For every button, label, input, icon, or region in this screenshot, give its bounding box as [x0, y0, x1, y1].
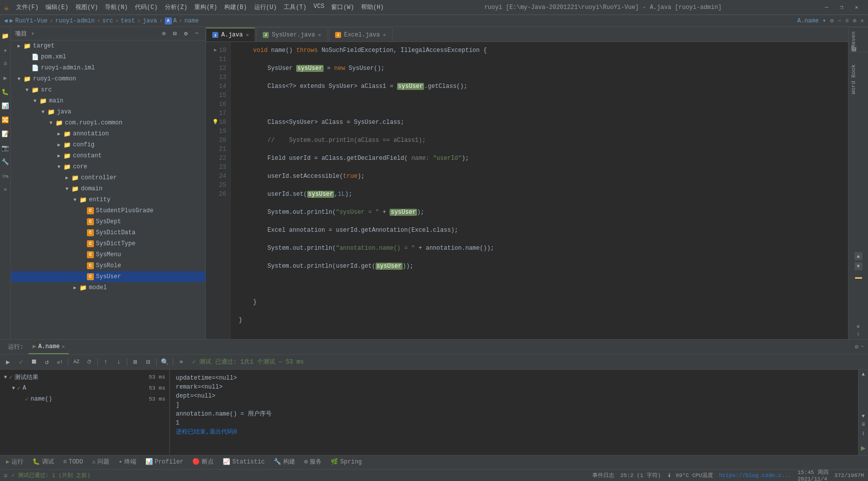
collapse-all-btn[interactable]: ⊟ — [142, 356, 154, 368]
sidebar-structure-icon[interactable]: ≡ — [0, 59, 10, 69]
settings-icon[interactable]: ⚙ — [830, 17, 834, 24]
tab-spring[interactable]: 🌿 Spring — [327, 456, 366, 470]
menu-help[interactable]: 帮助(H) — [358, 2, 387, 12]
run-tab-close-icon[interactable]: ✕ — [62, 344, 65, 350]
menu-tools[interactable]: 工具(T) — [281, 2, 310, 12]
bc-java[interactable]: java — [143, 17, 157, 24]
tree-item-model[interactable]: ▶ 📁 model — [11, 282, 205, 293]
gear-icon[interactable]: ⚙ — [853, 17, 857, 24]
tab-close-icon[interactable]: ✕ — [318, 32, 321, 38]
tab-debug[interactable]: 🐛 调试 — [28, 456, 58, 470]
menu-analyze[interactable]: 分析(Z) — [162, 2, 191, 12]
tab-close-icon[interactable]: ✕ — [246, 32, 249, 38]
output-scroll-up[interactable]: ▲ — [862, 372, 865, 377]
sidebar-tools-icon[interactable]: 🔧 — [0, 157, 10, 167]
tree-item-config[interactable]: ▶ 📁 config — [11, 139, 205, 150]
tree-item-sysdictdata[interactable]: C SysDictData — [11, 227, 205, 238]
tree-item-core[interactable]: ▼ 📁 core — [11, 161, 205, 172]
test-result-root[interactable]: ▼ ✓ 测试结果 53 ms — [0, 372, 169, 383]
restore-button[interactable]: ❐ — [834, 2, 849, 12]
menu-navigate[interactable]: 导航(N) — [102, 2, 131, 12]
tree-item-sysuser[interactable]: C SysUser — [11, 271, 205, 282]
tree-item-com-ruoyi[interactable]: ▼ 📁 com.ruoyi.common — [11, 117, 205, 128]
tree-item-domain[interactable]: ▼ 📁 domain — [11, 183, 205, 194]
test-class-a[interactable]: ▼ ✓ A 53 ms — [0, 383, 169, 394]
tree-item-src[interactable]: ▼ 📁 src — [11, 84, 205, 95]
bc-class[interactable]: A A — [165, 17, 177, 24]
sidebar-todo-icon[interactable]: 📝 — [0, 129, 10, 139]
expand-all-btn[interactable]: ⊞ — [129, 356, 141, 368]
rerun-failed-btn[interactable]: ↺! — [54, 356, 66, 368]
scroll-up-btn[interactable]: ▲ — [855, 252, 863, 260]
sidebar-fav-icon[interactable]: ★ — [0, 45, 10, 55]
tab-services[interactable]: ⚙ 服务 — [300, 456, 326, 470]
expand-icon[interactable]: ≡ — [845, 17, 849, 24]
tab-build[interactable]: 🔧 构建 — [270, 456, 299, 470]
tree-item-sysdicttype[interactable]: C SysDictType — [11, 238, 205, 249]
filter-btn[interactable]: 🔍 — [159, 356, 171, 368]
tree-item-java[interactable]: ▼ 📁 java — [11, 106, 205, 117]
tree-item-main[interactable]: ▼ 📁 main — [11, 95, 205, 106]
bc-test[interactable]: test — [121, 17, 135, 24]
bc-module[interactable]: ruoyi-admin — [55, 17, 94, 24]
collapse-icon[interactable]: − — [838, 17, 841, 24]
format-icon[interactable]: ≡ — [862, 421, 865, 428]
settings-btn[interactable]: ⚙ — [855, 343, 859, 351]
menu-window[interactable]: 窗口(W) — [328, 2, 357, 12]
sort-dur-btn[interactable]: ⏱ — [83, 356, 95, 368]
run-icon-right[interactable]: ▶ — [861, 443, 866, 453]
sidebar-profiler-icon[interactable]: 📊 — [0, 101, 10, 111]
tab-run[interactable]: ▶ 运行 — [2, 456, 27, 470]
output-scroll-down[interactable]: ▼ — [862, 414, 865, 419]
more-btn[interactable]: » — [175, 356, 187, 368]
panel-settings-icon[interactable]: ⚙ — [181, 29, 190, 38]
rerun-btn[interactable]: ↺ — [41, 356, 53, 368]
menu-code[interactable]: 代码(C) — [132, 2, 161, 12]
close-breadcrumb-icon[interactable]: ✕ — [861, 17, 864, 24]
tree-item-pomxml[interactable]: 📄 pom.xml — [11, 51, 205, 62]
editor-content[interactable]: ▶ 10 11 12 13 14 15 16 17 💡 18 19 20 — [206, 42, 848, 339]
tab-problems[interactable]: ⚠ 问题 — [88, 456, 113, 470]
tab-todo[interactable]: ≡ TODO — [59, 456, 87, 470]
maven-tab[interactable]: Maven — [849, 27, 868, 52]
bc-project[interactable]: RuoYi-Vue — [15, 17, 47, 24]
run-btn[interactable]: ▶ — [2, 356, 14, 368]
prev-btn[interactable]: ↑ — [100, 356, 112, 368]
expand-panel-btn[interactable]: ≡ — [857, 324, 860, 330]
sidebar-more-icon[interactable]: » — [0, 185, 10, 195]
sidebar-ant-icon[interactable]: 🐜 — [0, 171, 10, 181]
tab-close-icon[interactable]: ✕ — [383, 32, 386, 38]
tree-item-constant[interactable]: ▶ 📁 constant — [11, 150, 205, 161]
sidebar-camera-icon[interactable]: 📷 — [0, 143, 10, 153]
tree-item-entity[interactable]: ▼ 📁 entity — [11, 194, 205, 205]
tab-breakpoints[interactable]: 🔴 断点 — [188, 456, 218, 470]
minimize-button[interactable]: ─ — [819, 2, 834, 12]
bc-src[interactable]: src — [102, 17, 113, 24]
tree-item-iml[interactable]: 📄 ruoyi-admin.iml — [11, 62, 205, 73]
hide-panel-btn[interactable]: − — [861, 343, 864, 351]
tree-item-annotation[interactable]: ▶ 📁 annotation — [11, 128, 205, 139]
structure-tab[interactable]: 结构 — [849, 52, 868, 60]
tab-statistic[interactable]: 📈 Statistic — [219, 456, 269, 470]
sort-alpha-btn[interactable]: AZ — [70, 356, 82, 368]
memory-indicator[interactable]: 372/1967M — [835, 473, 864, 479]
panel-dropdown-icon[interactable]: ▾ — [31, 30, 34, 37]
tree-item-sysmenu[interactable]: C SysMenu — [11, 249, 205, 260]
code-editor[interactable]: void name() throws NoSuchFieldException,… — [231, 42, 848, 339]
tab-ajava[interactable]: J A.java ✕ — [206, 27, 255, 41]
sidebar-project-icon[interactable]: 📁 — [0, 31, 10, 41]
tree-item-controller[interactable]: ▶ 📁 controller — [11, 172, 205, 183]
url-link[interactable]: https://blog.csdn.c... — [719, 473, 792, 479]
wordbook-tab[interactable]: Word Book — [849, 60, 868, 98]
sidebar-git-icon[interactable]: 🔀 — [0, 115, 10, 125]
collapse-panel-btn[interactable]: ↕ — [857, 332, 860, 337]
panel-collapse-all-icon[interactable]: ⊟ — [170, 29, 179, 38]
test-stop-btn[interactable]: ⏹ — [28, 356, 40, 368]
event-log-btn[interactable]: 事件日志 — [592, 472, 614, 479]
panel-hide-icon[interactable]: − — [192, 29, 201, 38]
field-indicator[interactable]: A.name ▾ — [797, 17, 826, 24]
menu-vcs[interactable]: VCS — [311, 2, 328, 12]
tree-item-sysrole[interactable]: C SysRole — [11, 260, 205, 271]
sidebar-run-icon[interactable]: ▶ — [0, 73, 10, 83]
nav-back-icon[interactable]: ◀ — [4, 17, 7, 24]
